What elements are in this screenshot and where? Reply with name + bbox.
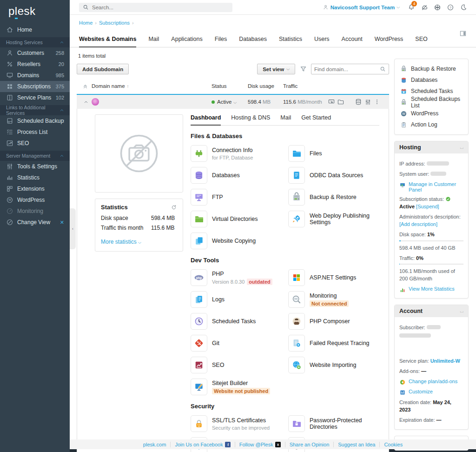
global-search[interactable] xyxy=(79,3,232,12)
global-search-input[interactable] xyxy=(92,5,229,10)
footer-link-suggest-an-idea[interactable]: Suggest an Idea xyxy=(334,442,380,447)
footer-link-cookies[interactable]: Cookies xyxy=(380,442,407,447)
tool-connection-info[interactable]: Connection Infofor FTP, Database xyxy=(191,145,282,162)
row-collapse-icon[interactable] xyxy=(77,99,92,105)
tool-asp-net-settings[interactable]: ASP.NET Settings xyxy=(288,269,379,286)
quick-link-action-log[interactable]: Action Log xyxy=(400,119,463,130)
quick-link-databases[interactable]: Databases xyxy=(400,74,463,86)
footer-link-plesk-com[interactable]: plesk.com xyxy=(139,442,171,447)
tool-website-copying[interactable]: Website Copying xyxy=(191,232,282,250)
breadcrumb-link-subscriptions[interactable]: Subscriptions xyxy=(99,20,130,26)
sidebar-section-hosting-services[interactable]: Hosting Services xyxy=(0,37,70,47)
tool-logs[interactable]: Logs xyxy=(191,291,282,308)
panel-tab-hosting-dns[interactable]: Hosting & DNS xyxy=(231,114,270,125)
suspend-link[interactable]: [Suspend] xyxy=(416,204,439,209)
footer-link-join-us-on-facebook[interactable]: Join Us on Facebookf xyxy=(171,442,235,447)
more-statistics-link[interactable]: More statistics ⌵ xyxy=(101,239,141,245)
tool-databases[interactable]: Databases xyxy=(191,166,282,184)
sidebar-item-extensions[interactable]: Extensions xyxy=(0,183,70,194)
theme-toggle-button[interactable] xyxy=(457,2,469,13)
hosting-card-header[interactable]: Hosting⌴ xyxy=(395,141,468,153)
sidebar-section-server-management[interactable]: Server Management xyxy=(0,151,70,161)
sidebar-item-wordpress[interactable]: WWordPress xyxy=(0,194,70,206)
change-plan-link[interactable]: Change plan/add-ons xyxy=(399,379,463,386)
tab-users[interactable]: Users xyxy=(314,36,330,47)
tool-seo[interactable]: SEO xyxy=(191,356,282,374)
tab-seo[interactable]: SEO xyxy=(415,36,427,47)
tab-wordpress[interactable]: WordPress xyxy=(375,36,403,47)
quick-link-wordpress[interactable]: WWordPress xyxy=(400,108,463,119)
tool-ssl-tls-certificates[interactable]: SSL/TLS CertificatesSecurity can be impr… xyxy=(191,415,282,432)
tool-virtual-directories[interactable]: Virtual Directories xyxy=(191,210,282,228)
tool-password-protected-directories[interactable]: Password-Protected Directories xyxy=(288,415,379,432)
quick-link-scheduled-tasks[interactable]: Scheduled Tasks xyxy=(400,86,463,97)
sidebar-item-service-plans[interactable]: Service Plans102 xyxy=(0,92,70,103)
preview-site-icon[interactable] xyxy=(328,98,335,106)
plesk-logo[interactable]: plesk xyxy=(0,0,70,24)
add-description-link[interactable]: [Add description] xyxy=(399,221,437,227)
view-more-statistics-link[interactable]: View More Statistics xyxy=(399,286,463,293)
quick-link-backup-restore[interactable]: Backup & Restore xyxy=(400,63,463,74)
sidebar-item-customers[interactable]: Customers258 xyxy=(0,47,70,59)
tool-scheduled-tasks[interactable]: Scheduled Tasks xyxy=(191,312,282,330)
sidebar-collapse-handle[interactable]: ‹ xyxy=(70,208,76,249)
footer-link-share-an-opinion[interactable]: Share an Opinion xyxy=(285,442,334,447)
add-subdomain-button[interactable]: Add Subdomain xyxy=(77,64,129,74)
tool-php[interactable]: phpPHPVersion 8.0.30outdated xyxy=(191,269,282,286)
quick-link-scheduled-backups-list[interactable]: Scheduled Backups List xyxy=(400,97,463,108)
more-actions-icon[interactable] xyxy=(373,98,381,106)
user-menu[interactable]: Navicosoft Support Team ⌵ xyxy=(323,4,400,10)
tool-monitoring[interactable]: MonitoringNot connected xyxy=(288,291,379,308)
customize-link[interactable]: Customize xyxy=(399,389,463,396)
tool-backup-restore[interactable]: Backup & Restore xyxy=(288,188,379,206)
col-domain-name[interactable]: Domain name xyxy=(92,83,125,89)
panel-tab-mail[interactable]: Mail xyxy=(280,114,291,125)
panel-tab-get-started[interactable]: Get Started xyxy=(301,114,331,125)
sidebar-item-change-view[interactable]: Change View✕ xyxy=(0,217,70,228)
domain-row[interactable]: Active⌵ 598.4 MB 115.6 MB/month xyxy=(77,94,389,109)
notifications-button[interactable]: 4 xyxy=(405,2,417,13)
tab-account[interactable]: Account xyxy=(342,36,363,47)
sidebar-item-domains[interactable]: Domains985 xyxy=(0,70,70,81)
sidebar-item-process-list[interactable]: Process List xyxy=(0,126,70,138)
collapse-all-button[interactable] xyxy=(77,83,92,90)
sidebar-item-monitoring[interactable]: Monitoring xyxy=(0,206,70,217)
tool-php-composer[interactable]: PHP Composer xyxy=(288,312,379,330)
tool-files[interactable]: Files xyxy=(288,145,379,162)
sidebar-item-subscriptions[interactable]: Subscriptions375 xyxy=(0,81,70,92)
tab-mail[interactable]: Mail xyxy=(148,36,159,47)
footer-link-follow-plesk[interactable]: Follow @PleskX xyxy=(235,442,285,447)
panel-toggle-icon[interactable] xyxy=(459,30,467,37)
sidebar-item-home[interactable]: Home xyxy=(0,24,70,35)
sidebar-item-tools-settings[interactable]: Tools & Settings xyxy=(0,161,70,172)
domain-status[interactable]: Active⌵ xyxy=(212,99,248,105)
close-icon[interactable]: ✕ xyxy=(60,219,64,226)
file-manager-icon[interactable] xyxy=(337,98,344,106)
sidebar-section-links-to-additional-services[interactable]: Links to Additional Services xyxy=(0,105,70,115)
tool-failed-request-tracing[interactable]: Failed Request Tracing xyxy=(288,334,379,352)
sidebar-item-seo[interactable]: SEO xyxy=(0,138,70,149)
tool-web-deploy-publishing-settings[interactable]: Web Deploy Publishing Settings xyxy=(288,210,379,228)
panel-tab-dashboard[interactable]: Dashboard xyxy=(191,114,221,126)
tab-applications[interactable]: Applications xyxy=(171,36,202,47)
tool-website-importing[interactable]: Website Importing xyxy=(288,356,379,374)
find-domain-input[interactable] xyxy=(314,66,380,72)
tab-statistics[interactable]: Statistics xyxy=(279,36,302,47)
sidebar-item-scheduled-backups-list[interactable]: Scheduled Backups List xyxy=(0,115,70,126)
databases-icon[interactable] xyxy=(355,98,362,106)
tool-git[interactable]: Git xyxy=(191,334,282,352)
service-plan-link[interactable]: Unlimited-W xyxy=(430,358,460,364)
breadcrumb-link-home[interactable]: Home xyxy=(79,20,93,26)
refresh-icon[interactable] xyxy=(171,204,177,211)
tab-websites-domains[interactable]: Websites & Domains xyxy=(79,36,136,47)
tab-files[interactable]: Files xyxy=(215,36,227,47)
sidebar-item-resellers[interactable]: Resellers20 xyxy=(0,59,70,70)
set-view-button[interactable]: Set view⌵ xyxy=(257,64,295,74)
tab-databases[interactable]: Databases xyxy=(239,36,267,47)
tool-ftp[interactable]: FTP xyxy=(191,188,282,206)
feedback-button[interactable] xyxy=(431,2,443,13)
hosting-settings-icon[interactable] xyxy=(364,98,371,106)
tool-odbc-data-sources[interactable]: ODBC Data Sources xyxy=(288,166,379,184)
account-card-header[interactable]: Account⌴ xyxy=(395,305,468,317)
help-button[interactable]: ? xyxy=(444,2,456,13)
